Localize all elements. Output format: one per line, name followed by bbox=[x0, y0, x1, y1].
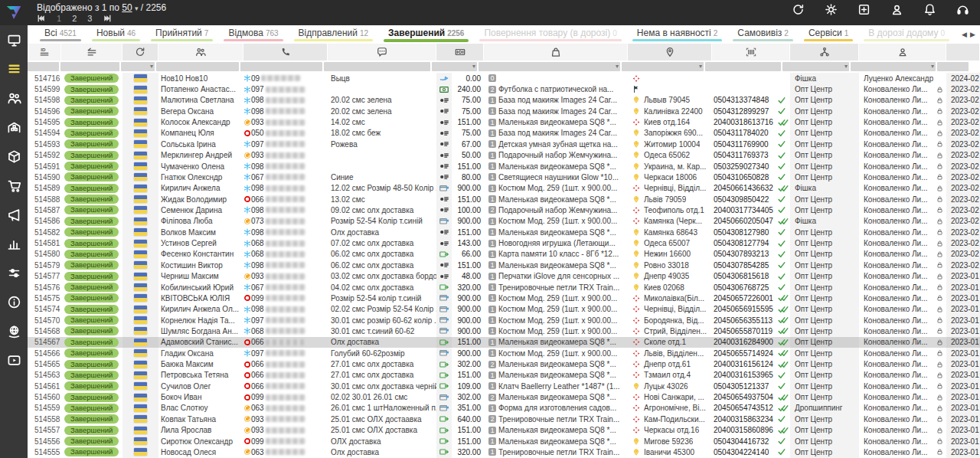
order-row[interactable]: 514596ЗавершенийВегера Оксана09820.02 см… bbox=[28, 106, 980, 116]
fulfillment-column-header[interactable] bbox=[790, 44, 859, 61]
sidebar-item-marketing[interactable] bbox=[0, 200, 28, 229]
order-row[interactable]: 514576ЗавершенийКобилинський Юрий06704.0… bbox=[28, 282, 980, 293]
order-row[interactable]: 514555ЗавершенийНовосад Олеся063Олх дост… bbox=[28, 447, 980, 457]
id-column-header[interactable]: ID bbox=[28, 44, 61, 61]
location-column-header[interactable] bbox=[628, 44, 712, 61]
order-row[interactable]: 514574ЗавершенийКирилич Анжела Ол...0980… bbox=[28, 304, 980, 315]
page-number-2[interactable]: 2 bbox=[72, 14, 77, 23]
order-row[interactable]: 514591ЗавершенийЧумаченко Олена098151.00… bbox=[28, 161, 980, 172]
column-filter-input[interactable]: ▾ bbox=[782, 62, 849, 71]
order-row[interactable]: 514568ЗавершенийШумляс Богдана Ан...0683… bbox=[28, 326, 980, 336]
sidebar-item-orders[interactable] bbox=[0, 54, 28, 83]
payment-column-header[interactable] bbox=[436, 44, 484, 61]
tabs-scroll-left-icon[interactable]: ◀ bbox=[962, 31, 967, 38]
column-filter-input[interactable] bbox=[324, 62, 430, 71]
tab-3[interactable]: Відмова763 bbox=[222, 25, 284, 44]
tab-0[interactable]: Всі4521 bbox=[38, 25, 83, 44]
headset-icon[interactable] bbox=[956, 3, 969, 16]
order-row[interactable]: 514593ЗавершенийСольська Ірина097Рожева6… bbox=[28, 139, 980, 149]
column-filter-input[interactable]: ▾ bbox=[432, 62, 477, 71]
tab-7[interactable]: Нема в наявності2 bbox=[631, 25, 724, 44]
order-row[interactable]: 514590ЗавершенийГнатюк Олексндр067Синие8… bbox=[28, 172, 980, 182]
tab-4[interactable]: Відправлений12 bbox=[292, 25, 374, 44]
tab-2[interactable]: Прийнятий7 bbox=[149, 25, 214, 44]
bell-icon[interactable] bbox=[923, 3, 936, 16]
customer-column-header[interactable] bbox=[158, 44, 243, 61]
tab-1[interactable]: Новый46 bbox=[90, 25, 142, 44]
order-row[interactable]: 514588ЗавершенийЖидак Володимир06613.02 … bbox=[28, 194, 980, 204]
page-number-1[interactable]: 1 bbox=[57, 14, 61, 23]
column-filter-input[interactable]: ▾ bbox=[479, 62, 620, 71]
order-row[interactable]: 514577ЗавершенийЧерниш Максим09303.02 см… bbox=[28, 270, 980, 281]
order-row[interactable]: 514570ЗавершенийКорнелюк Надія Та...0973… bbox=[28, 315, 980, 326]
order-row[interactable]: 514587ЗавершенийСеменюк Дарина09809.02 с… bbox=[28, 204, 980, 215]
order-row[interactable]: 514559ЗавершенийВлас Слотюу06326.01 смс … bbox=[28, 403, 980, 414]
order-row[interactable]: 514582ЗавершенийВолков Максим098Олх дост… bbox=[28, 227, 980, 237]
product-name: Маленькая видеокамера SQ8 *... bbox=[498, 195, 616, 204]
source-column-header[interactable] bbox=[122, 44, 158, 61]
column-filter-input[interactable] bbox=[60, 62, 119, 71]
order-row[interactable]: 514579ЗавершенийКостишин Виктор09806.02 … bbox=[28, 260, 980, 270]
plus-square-icon[interactable] bbox=[858, 3, 871, 16]
order-row[interactable]: 514581ЗавершенийУстинов Сергей06807.02 с… bbox=[28, 237, 980, 248]
order-row[interactable]: 514594ЗавершенийКомпанец Юля05018.02 смс… bbox=[28, 128, 980, 139]
column-filter-input[interactable]: ▾ bbox=[622, 62, 704, 71]
column-filter-input[interactable] bbox=[240, 62, 322, 71]
tab-10[interactable]: В дорозі додому0 bbox=[862, 25, 951, 44]
user-icon[interactable] bbox=[890, 3, 903, 16]
order-row[interactable]: 514558ЗавершенийКовпак Татьяна09325.01 с… bbox=[28, 414, 980, 424]
order-row[interactable]: 514557ЗавершенийЛила Ярослав09325.01 смс… bbox=[28, 425, 980, 436]
sidebar-item-support[interactable] bbox=[0, 316, 28, 345]
tabs-scroll-right-icon[interactable]: ▶ bbox=[970, 31, 975, 38]
page-number-3[interactable]: 3 bbox=[87, 14, 92, 23]
order-row[interactable]: 514575ЗавершенийКВІТОВСЬКА ЮЛІЯ099Розмір… bbox=[28, 293, 980, 303]
order-row[interactable]: 514592ЗавершенийМерклингер Андрей09350.0… bbox=[28, 150, 980, 161]
sidebar-item-products[interactable] bbox=[0, 142, 28, 171]
column-filter-input[interactable] bbox=[937, 62, 969, 71]
order-row[interactable]: 514560ЗавершенийБокоч Иван09902.02 30.01… bbox=[28, 391, 980, 402]
order-row[interactable]: 514556ЗавершенийСиротюк Олександр099ОЛХ … bbox=[28, 436, 980, 447]
tab-6[interactable]: Повернення товару (в дорозі)0 bbox=[478, 25, 622, 44]
tracking-column-header[interactable] bbox=[712, 44, 790, 61]
tab-8[interactable]: Самовивіз2 bbox=[731, 25, 795, 44]
column-filter-input[interactable]: ▾ bbox=[851, 62, 936, 71]
order-row[interactable]: 514599ЗавершенийПотапенко Анастас...0972… bbox=[28, 83, 980, 94]
phone-column-header[interactable] bbox=[243, 44, 328, 61]
order-row[interactable]: 514580ЗавершенийФесенко Константин06806.… bbox=[28, 249, 980, 260]
status-column-header[interactable] bbox=[61, 44, 122, 61]
sidebar-item-info[interactable] bbox=[0, 287, 28, 316]
order-row[interactable]: 514716ЗавершенийНов10 Нов1009Выцв0.000Фі… bbox=[28, 73, 980, 83]
column-filter-input[interactable]: ▾ bbox=[121, 62, 155, 71]
sidebar-item-warehouse[interactable] bbox=[0, 113, 28, 142]
tab-9[interactable]: Сервіси1 bbox=[802, 25, 854, 44]
sidebar-item-purchases[interactable] bbox=[0, 171, 28, 200]
tab-zavershenyi-active[interactable]: Завершений2256 bbox=[382, 25, 470, 44]
order-row[interactable]: 514565ЗавершенийБаюка Максим06627.01 смс… bbox=[28, 358, 980, 369]
sidebar-item-clients[interactable] bbox=[0, 83, 28, 113]
product-column-header[interactable] bbox=[484, 44, 628, 61]
sidebar-item-video[interactable] bbox=[0, 345, 28, 375]
date-column-header[interactable] bbox=[946, 44, 980, 61]
order-row[interactable]: 514595ЗавершенийКолосок Александр09314.0… bbox=[28, 116, 980, 127]
order-row[interactable]: 514586ЗавершенийФіліпова Люба073Розмір 5… bbox=[28, 216, 980, 227]
order-row[interactable]: 514598ЗавершенийМалютина Светлана09820.0… bbox=[28, 95, 980, 106]
column-filter-input[interactable] bbox=[705, 62, 781, 71]
sidebar-item-settings[interactable] bbox=[0, 258, 28, 287]
order-row[interactable]: 514563ЗавершенийПетровська Тетяна06627.0… bbox=[28, 370, 980, 381]
order-row[interactable]: 514561ЗавершенийСучилов Олег06630.01 смс… bbox=[28, 381, 980, 391]
sidebar-item-statistics[interactable] bbox=[0, 229, 28, 258]
refresh-icon[interactable] bbox=[792, 3, 805, 16]
sidebar-item-dashboard[interactable] bbox=[0, 25, 28, 54]
comment-column-header[interactable] bbox=[328, 44, 436, 61]
column-filter-input[interactable] bbox=[156, 62, 239, 71]
order-row[interactable]: 514567ЗавершенийАдамовский Станис...066О… bbox=[28, 337, 980, 348]
manager-column-header[interactable] bbox=[859, 44, 946, 61]
order-row[interactable]: 514589ЗавершенийКирилич Анжела09812.02 с… bbox=[28, 183, 980, 194]
order-row[interactable]: 514566ЗавершенийГладик Оксана097Голубий … bbox=[28, 348, 980, 358]
last-page-icon[interactable] bbox=[103, 14, 112, 23]
column-filter-input[interactable] bbox=[28, 62, 59, 71]
page-size-select[interactable]: 50 bbox=[122, 2, 132, 13]
first-page-icon[interactable] bbox=[37, 14, 46, 23]
app-logo[interactable] bbox=[0, 0, 28, 25]
gear-icon[interactable] bbox=[825, 3, 838, 16]
